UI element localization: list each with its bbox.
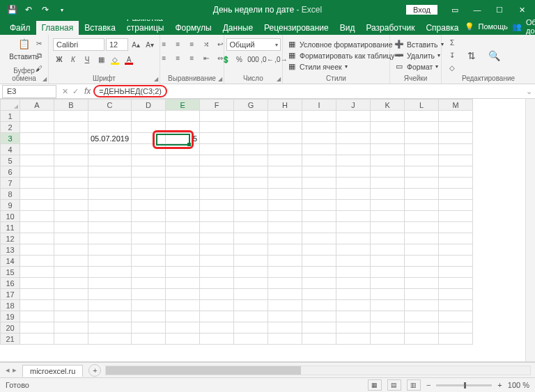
cut-icon[interactable]: ✂ [33, 38, 45, 49]
cell-G4[interactable] [234, 144, 268, 155]
cell-F16[interactable] [200, 278, 234, 289]
tab-review[interactable]: Рецензирование [258, 21, 334, 35]
cell-G14[interactable] [234, 256, 268, 267]
clear-icon[interactable]: ◇ [446, 63, 458, 74]
cell-K9[interactable] [371, 200, 405, 211]
cell-C9[interactable] [88, 200, 132, 211]
cell-G7[interactable] [234, 178, 268, 189]
cell-K8[interactable] [371, 189, 405, 200]
column-header-I[interactable]: I [302, 100, 336, 111]
delete-cells-button[interactable]: ➖Удалить▾ [394, 51, 444, 61]
cell-K14[interactable] [371, 256, 405, 267]
cell-G16[interactable] [234, 278, 268, 289]
cell-K2[interactable] [371, 122, 405, 133]
cell-F18[interactable] [200, 300, 234, 311]
cell-L20[interactable] [405, 322, 439, 334]
cell-J20[interactable] [336, 322, 371, 334]
cell-J10[interactable] [336, 211, 371, 222]
cell-G1[interactable] [234, 111, 268, 122]
cell-C7[interactable] [88, 178, 132, 189]
cell-F8[interactable] [200, 189, 234, 200]
cell-H1[interactable] [268, 111, 302, 122]
cell-M4[interactable] [439, 144, 473, 155]
cell-D15[interactable] [132, 267, 166, 278]
cell-D10[interactable] [132, 211, 166, 222]
cell-L21[interactable] [405, 334, 439, 345]
cell-J19[interactable] [336, 311, 371, 322]
cell-G3[interactable] [234, 133, 268, 144]
cell-E12[interactable] [166, 233, 200, 244]
cell-M10[interactable] [439, 211, 473, 222]
cell-I16[interactable] [302, 278, 336, 289]
cell-M8[interactable] [439, 189, 473, 200]
cell-I10[interactable] [302, 211, 336, 222]
cell-I9[interactable] [302, 200, 336, 211]
cell-A7[interactable] [20, 178, 54, 189]
select-all-cell[interactable] [1, 100, 20, 111]
column-header-L[interactable]: L [405, 100, 439, 111]
cell-K16[interactable] [371, 278, 405, 289]
bold-icon[interactable]: Ж [53, 54, 65, 65]
align-bottom-icon[interactable]: ≡ [186, 38, 199, 49]
tab-developer[interactable]: Разработчик [360, 21, 420, 35]
cell-D14[interactable] [132, 256, 166, 267]
format-as-table-button[interactable]: ▦Форматировать как таблицу▾ [287, 51, 401, 61]
cell-L11[interactable] [405, 222, 439, 233]
cell-L13[interactable] [405, 244, 439, 256]
cell-C4[interactable] [88, 144, 132, 155]
cell-A10[interactable] [20, 211, 54, 222]
cell-J13[interactable] [336, 244, 371, 256]
cell-J11[interactable] [336, 222, 371, 233]
cell-E19[interactable] [166, 311, 200, 322]
cell-L7[interactable] [405, 178, 439, 189]
cell-J5[interactable] [336, 155, 371, 166]
cell-D7[interactable] [132, 178, 166, 189]
cell-K5[interactable] [371, 155, 405, 166]
cell-H19[interactable] [268, 311, 302, 322]
cell-G17[interactable] [234, 289, 268, 300]
cell-M21[interactable] [439, 334, 473, 345]
cell-A8[interactable] [20, 189, 54, 200]
cell-L9[interactable] [405, 200, 439, 211]
cell-L15[interactable] [405, 267, 439, 278]
copy-icon[interactable]: ⧉ [33, 50, 45, 61]
cell-J15[interactable] [336, 267, 371, 278]
tab-data[interactable]: Данные [217, 21, 258, 35]
cell-B8[interactable] [54, 189, 88, 200]
row-header-19[interactable]: 19 [1, 311, 20, 322]
cell-J16[interactable] [336, 278, 371, 289]
align-left-icon[interactable]: ≡ [158, 52, 171, 63]
cell-G15[interactable] [234, 267, 268, 278]
row-header-5[interactable]: 5 [1, 155, 20, 166]
cell-M16[interactable] [439, 278, 473, 289]
cell-D5[interactable] [132, 155, 166, 166]
cell-B20[interactable] [54, 322, 88, 334]
align-middle-icon[interactable]: ≡ [172, 38, 185, 49]
orientation-icon[interactable]: ⤭ [200, 38, 212, 49]
cell-D12[interactable] [132, 233, 166, 244]
cell-G19[interactable] [234, 311, 268, 322]
name-box[interactable]: E3 [2, 85, 56, 98]
column-header-E[interactable]: E [166, 100, 200, 111]
cell-K3[interactable] [371, 133, 405, 144]
page-layout-view-icon[interactable]: ▤ [387, 379, 401, 391]
cell-M11[interactable] [439, 222, 473, 233]
cell-L16[interactable] [405, 278, 439, 289]
fx-icon[interactable]: fx [84, 86, 93, 96]
cell-E3[interactable]: 5 [166, 133, 200, 144]
column-header-G[interactable]: G [234, 100, 268, 111]
cell-J4[interactable] [336, 144, 371, 155]
cell-H11[interactable] [268, 222, 302, 233]
cell-H6[interactable] [268, 166, 302, 178]
row-header-4[interactable]: 4 [1, 144, 20, 155]
cell-M13[interactable] [439, 244, 473, 256]
tell-me[interactable]: Помощь [479, 22, 509, 31]
cell-E1[interactable] [166, 111, 200, 122]
cell-G21[interactable] [234, 334, 268, 345]
cell-D11[interactable] [132, 222, 166, 233]
row-header-14[interactable]: 14 [1, 256, 20, 267]
cell-G9[interactable] [234, 200, 268, 211]
cell-D13[interactable] [132, 244, 166, 256]
cell-F10[interactable] [200, 211, 234, 222]
cell-K7[interactable] [371, 178, 405, 189]
